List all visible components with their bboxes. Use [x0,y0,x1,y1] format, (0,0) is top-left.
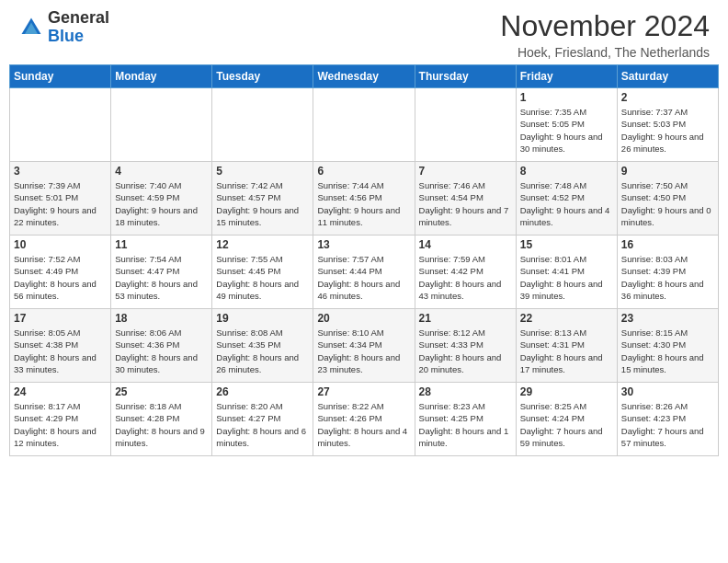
day-info: Sunrise: 8:08 AM Sunset: 4:35 PM Dayligh… [216,327,309,375]
logo-icon [18,15,44,40]
day-number: 20 [317,312,410,325]
day-number: 8 [520,165,613,178]
day-number: 26 [216,385,309,398]
calendar-cell: 20Sunrise: 8:10 AM Sunset: 4:34 PM Dayli… [313,309,415,383]
day-info: Sunrise: 7:46 AM Sunset: 4:54 PM Dayligh… [419,179,512,228]
day-number: 17 [14,312,107,325]
weekday-header-friday: Friday [516,65,617,88]
calendar-cell: 30Sunrise: 8:26 AM Sunset: 4:23 PM Dayli… [617,383,718,456]
day-info: Sunrise: 8:20 AM Sunset: 4:27 PM Dayligh… [216,400,309,449]
day-info: Sunrise: 7:59 AM Sunset: 4:42 PM Dayligh… [419,253,512,302]
day-number: 13 [317,238,410,251]
day-info: Sunrise: 7:52 AM Sunset: 4:49 PM Dayligh… [14,253,107,302]
calendar-cell: 16Sunrise: 8:03 AM Sunset: 4:39 PM Dayli… [617,236,718,309]
day-info: Sunrise: 8:05 AM Sunset: 4:38 PM Dayligh… [14,327,107,375]
day-number: 4 [115,165,208,178]
calendar-cell: 28Sunrise: 8:23 AM Sunset: 4:25 PM Dayli… [415,383,516,456]
weekday-header-saturday: Saturday [617,65,718,88]
calendar-cell: 19Sunrise: 8:08 AM Sunset: 4:35 PM Dayli… [212,309,313,383]
day-number: 1 [520,91,613,104]
day-number: 29 [520,385,613,398]
day-info: Sunrise: 7:42 AM Sunset: 4:57 PM Dayligh… [216,179,309,228]
logo: General Blue [18,9,109,46]
calendar-week-5: 24Sunrise: 8:17 AM Sunset: 4:29 PM Dayli… [10,383,719,456]
calendar-cell: 13Sunrise: 7:57 AM Sunset: 4:44 PM Dayli… [313,236,415,309]
day-number: 30 [621,385,714,398]
day-info: Sunrise: 8:17 AM Sunset: 4:29 PM Dayligh… [14,400,107,449]
weekday-header-thursday: Thursday [415,65,516,88]
day-number: 3 [14,165,107,178]
day-number: 11 [115,238,208,251]
calendar-cell: 27Sunrise: 8:22 AM Sunset: 4:26 PM Dayli… [313,383,415,456]
calendar-cell: 17Sunrise: 8:05 AM Sunset: 4:38 PM Dayli… [10,309,111,383]
day-number: 27 [317,385,410,398]
calendar-cell: 25Sunrise: 8:18 AM Sunset: 4:28 PM Dayli… [111,383,212,456]
calendar-week-3: 10Sunrise: 7:52 AM Sunset: 4:49 PM Dayli… [10,236,719,309]
weekday-header-wednesday: Wednesday [313,65,415,88]
calendar-cell: 1Sunrise: 7:35 AM Sunset: 5:05 PM Daylig… [516,88,617,162]
calendar-cell: 15Sunrise: 8:01 AM Sunset: 4:41 PM Dayli… [516,236,617,309]
day-info: Sunrise: 8:25 AM Sunset: 4:24 PM Dayligh… [520,400,613,449]
day-info: Sunrise: 8:26 AM Sunset: 4:23 PM Dayligh… [621,400,714,449]
calendar-cell [111,88,212,162]
calendar-cell: 18Sunrise: 8:06 AM Sunset: 4:36 PM Dayli… [111,309,212,383]
calendar-cell: 22Sunrise: 8:13 AM Sunset: 4:31 PM Dayli… [516,309,617,383]
calendar-cell: 4Sunrise: 7:40 AM Sunset: 4:59 PM Daylig… [111,162,212,236]
day-info: Sunrise: 8:13 AM Sunset: 4:31 PM Dayligh… [520,327,613,375]
month-title: November 2024 [500,9,710,43]
day-number: 24 [14,385,107,398]
day-info: Sunrise: 8:23 AM Sunset: 4:25 PM Dayligh… [419,400,512,449]
page-header: General Blue November 2024 Hoek, Friesla… [0,0,728,64]
day-number: 12 [216,238,309,251]
day-info: Sunrise: 8:18 AM Sunset: 4:28 PM Dayligh… [115,400,208,449]
calendar-cell: 21Sunrise: 8:12 AM Sunset: 4:33 PM Dayli… [415,309,516,383]
day-number: 5 [216,165,309,178]
calendar-table: SundayMondayTuesdayWednesdayThursdayFrid… [9,64,719,456]
day-info: Sunrise: 7:54 AM Sunset: 4:47 PM Dayligh… [115,253,208,302]
day-info: Sunrise: 7:40 AM Sunset: 4:59 PM Dayligh… [115,179,208,228]
day-info: Sunrise: 7:37 AM Sunset: 5:03 PM Dayligh… [621,106,714,155]
calendar-week-4: 17Sunrise: 8:05 AM Sunset: 4:38 PM Dayli… [10,309,719,383]
day-number: 25 [115,385,208,398]
day-number: 15 [520,238,613,251]
calendar-cell: 11Sunrise: 7:54 AM Sunset: 4:47 PM Dayli… [111,236,212,309]
location: Hoek, Friesland, The Netherlands [500,45,710,60]
day-number: 6 [317,165,410,178]
day-number: 10 [14,238,107,251]
day-info: Sunrise: 8:10 AM Sunset: 4:34 PM Dayligh… [317,327,410,375]
calendar-cell [10,88,111,162]
logo-text: General Blue [48,9,109,46]
day-info: Sunrise: 8:12 AM Sunset: 4:33 PM Dayligh… [419,327,512,375]
weekday-header-monday: Monday [111,65,212,88]
day-info: Sunrise: 8:22 AM Sunset: 4:26 PM Dayligh… [317,400,410,449]
day-number: 22 [520,312,613,325]
calendar-cell [212,88,313,162]
title-block: November 2024 Hoek, Friesland, The Nethe… [500,9,710,60]
calendar-cell: 10Sunrise: 7:52 AM Sunset: 4:49 PM Dayli… [10,236,111,309]
day-number: 28 [419,385,512,398]
day-info: Sunrise: 8:01 AM Sunset: 4:41 PM Dayligh… [520,253,613,302]
day-info: Sunrise: 7:57 AM Sunset: 4:44 PM Dayligh… [317,253,410,302]
calendar-cell [415,88,516,162]
calendar-cell: 23Sunrise: 8:15 AM Sunset: 4:30 PM Dayli… [617,309,718,383]
day-info: Sunrise: 8:15 AM Sunset: 4:30 PM Dayligh… [621,327,714,375]
day-number: 2 [621,91,714,104]
day-info: Sunrise: 8:03 AM Sunset: 4:39 PM Dayligh… [621,253,714,302]
weekday-header-tuesday: Tuesday [212,65,313,88]
day-info: Sunrise: 7:39 AM Sunset: 5:01 PM Dayligh… [14,179,107,228]
calendar-week-1: 1Sunrise: 7:35 AM Sunset: 5:05 PM Daylig… [10,88,719,162]
day-number: 23 [621,312,714,325]
calendar-cell: 12Sunrise: 7:55 AM Sunset: 4:45 PM Dayli… [212,236,313,309]
day-number: 7 [419,165,512,178]
day-number: 14 [419,238,512,251]
day-info: Sunrise: 7:48 AM Sunset: 4:52 PM Dayligh… [520,179,613,228]
calendar-cell: 29Sunrise: 8:25 AM Sunset: 4:24 PM Dayli… [516,383,617,456]
calendar-cell: 3Sunrise: 7:39 AM Sunset: 5:01 PM Daylig… [10,162,111,236]
calendar-cell: 7Sunrise: 7:46 AM Sunset: 4:54 PM Daylig… [415,162,516,236]
calendar-week-2: 3Sunrise: 7:39 AM Sunset: 5:01 PM Daylig… [10,162,719,236]
day-number: 9 [621,165,714,178]
calendar-cell: 26Sunrise: 8:20 AM Sunset: 4:27 PM Dayli… [212,383,313,456]
calendar-cell: 24Sunrise: 8:17 AM Sunset: 4:29 PM Dayli… [10,383,111,456]
day-info: Sunrise: 7:55 AM Sunset: 4:45 PM Dayligh… [216,253,309,302]
weekday-header-sunday: Sunday [10,65,111,88]
